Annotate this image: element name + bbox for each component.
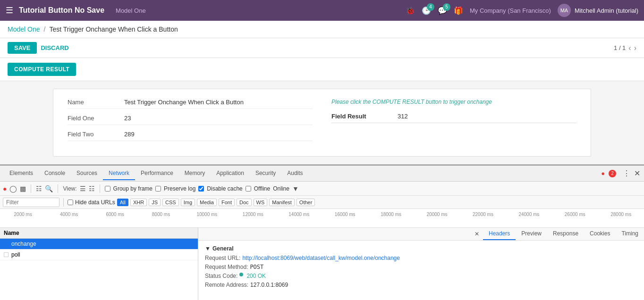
remote-address-value: 127.0.0.1:8069	[250, 282, 288, 288]
onchange-name: onchange	[11, 241, 36, 247]
tab-security[interactable]: Security	[250, 167, 281, 180]
request-details: ✕ Headers Preview Response Cookies Timin…	[198, 228, 644, 300]
user-menu[interactable]: MA Mitchell Admin (tutorial)	[558, 4, 638, 17]
tl-20000: 20000 ms	[414, 212, 460, 217]
details-tab-response[interactable]: Response	[547, 228, 584, 240]
record-toolbar: SAVE DISCARD 1 / 1 ‹ ›	[0, 38, 644, 58]
filter-chip-other[interactable]: Other	[297, 199, 315, 206]
remote-address-label: Remote Address:	[205, 282, 248, 288]
grid-icon[interactable]: ☰	[6, 5, 13, 16]
name-label: Name	[68, 99, 124, 106]
offline-label: Offline	[254, 185, 270, 192]
general-arrow-icon[interactable]: ▼	[205, 245, 211, 252]
view-list-icon[interactable]: ☰	[80, 185, 86, 192]
group-by-frame-checkbox[interactable]	[105, 186, 110, 192]
tab-audits[interactable]: Audits	[281, 167, 308, 180]
tab-application[interactable]: Application	[211, 167, 250, 180]
devtools-more-icon[interactable]: ⋮	[623, 169, 630, 178]
tab-sources[interactable]: Sources	[71, 167, 103, 180]
chat-badge: 5	[443, 3, 450, 11]
network-list-name-header: Name	[4, 230, 19, 236]
clear-icon[interactable]: ◯	[9, 185, 17, 192]
filter-chip-all[interactable]: All	[117, 199, 128, 206]
devtools-close-area: ● 2 ⋮ ✕	[601, 169, 640, 178]
group-by-frame-label: Group by frame	[113, 185, 153, 192]
breadcrumb: Model One / Test Trigger Onchange When C…	[0, 21, 644, 38]
form-card: Name Test Trigger Onchange When Click a …	[53, 89, 591, 157]
compute-result-button[interactable]: COMPUTE RESULT	[8, 63, 76, 76]
dropdown-arrow-icon[interactable]: ▼	[292, 185, 299, 192]
error-icon: ●	[601, 170, 605, 177]
chat-icon[interactable]: 💬 5	[438, 6, 447, 15]
filter-chip-xhr[interactable]: XHR	[130, 199, 147, 206]
breadcrumb-link[interactable]: Model One	[8, 25, 40, 33]
filter-chip-ws[interactable]: WS	[254, 199, 268, 206]
company-name[interactable]: My Company (San Francisco)	[470, 7, 551, 14]
form-right: Please click the COMPUTE RESULT button t…	[331, 99, 576, 147]
details-tab-timing[interactable]: Timing	[616, 228, 644, 240]
tl-16000: 16000 ms	[322, 212, 368, 217]
page-info: 1 / 1	[614, 44, 626, 51]
details-tab-cookies[interactable]: Cookies	[584, 228, 616, 240]
status-code-row: Status Code: 200 OK	[205, 273, 637, 279]
preserve-log-checkbox[interactable]	[155, 186, 161, 192]
tl-24000: 24000 ms	[506, 212, 552, 217]
tl-8000: 8000 ms	[138, 212, 184, 217]
tab-network[interactable]: Network	[103, 167, 135, 180]
compute-bar: COMPUTE RESULT	[0, 58, 644, 81]
network-item-poll[interactable]: poll	[0, 250, 198, 260]
filter-chip-media[interactable]: Media	[197, 199, 217, 206]
devtools-tabs: Elements Console Sources Network Perform…	[0, 166, 644, 182]
network-item-onchange[interactable]: onchange	[0, 239, 198, 250]
disable-cache-checkbox[interactable]	[198, 186, 204, 192]
offline-checkbox[interactable]	[246, 186, 251, 192]
save-button[interactable]: SAVE	[8, 42, 37, 54]
details-tab-headers[interactable]: Headers	[483, 228, 516, 240]
filter-chip-css[interactable]: CSS	[162, 199, 179, 206]
gift-icon[interactable]: 🎁	[454, 6, 463, 15]
devtools-close-icon[interactable]: ✕	[634, 169, 640, 178]
filter-chip-doc[interactable]: Doc	[237, 199, 252, 206]
breadcrumb-current: Test Trigger Onchange When Click a Butto…	[49, 25, 178, 33]
discard-button[interactable]: DISCARD	[41, 44, 68, 51]
tab-elements[interactable]: Elements	[4, 167, 39, 180]
tl-12000: 12000 ms	[230, 212, 276, 217]
devtools-filter-row: Hide data URLs All XHR JS CSS Img Media …	[0, 196, 644, 209]
general-section: ▼ General Request URL: http://localhost:…	[198, 241, 644, 295]
filter-chip-js[interactable]: JS	[149, 199, 161, 206]
search-icon[interactable]: 🔍	[45, 185, 53, 192]
hide-data-urls-label: Hide data URLs	[75, 199, 115, 206]
view-grid-icon[interactable]: ☷	[89, 185, 95, 192]
filter-chip-manifest[interactable]: Manifest	[269, 199, 295, 206]
name-field-row: Name Test Trigger Onchange When Click a …	[68, 99, 313, 109]
filter-chip-font[interactable]: Font	[219, 199, 235, 206]
details-tab-preview[interactable]: Preview	[516, 228, 547, 240]
request-url-row: Request URL: http://localhost:8069/web/d…	[205, 255, 637, 261]
tab-console[interactable]: Console	[39, 167, 71, 180]
user-name: Mitchell Admin (tutorial)	[575, 7, 638, 14]
clock-icon[interactable]: 🕒 4	[422, 6, 431, 15]
tl-22000: 22000 ms	[460, 212, 506, 217]
tl-26000: 26000 ms	[552, 212, 598, 217]
record-icon[interactable]: ●	[3, 185, 7, 192]
filter-chip-img[interactable]: Img	[181, 199, 195, 206]
bug-icon[interactable]: 🐞	[406, 6, 415, 15]
status-dot-icon	[239, 273, 243, 276]
navbar-icons: 🐞 🕒 4 💬 5 🎁 My Company (San Francisco) M…	[406, 4, 638, 17]
tab-performance[interactable]: Performance	[135, 167, 179, 180]
tl-6000: 6000 ms	[92, 212, 138, 217]
disable-cache-label: Disable cache	[207, 185, 242, 192]
request-url-value: http://localhost:8069/web/dataset/call_k…	[242, 255, 400, 261]
filter-input[interactable]	[3, 198, 59, 207]
camera-icon[interactable]: ▩	[20, 185, 26, 192]
poll-name: poll	[11, 251, 20, 258]
hide-data-urls-checkbox[interactable]	[68, 200, 73, 205]
breadcrumb-separator: /	[43, 25, 45, 33]
next-page-button[interactable]: ›	[634, 44, 636, 52]
filter-icon[interactable]: ☷	[36, 185, 42, 192]
tl-18000: 18000 ms	[368, 212, 414, 217]
prev-page-button[interactable]: ‹	[628, 44, 631, 52]
field-result-label: Field Result	[331, 113, 398, 120]
details-close-button[interactable]: ✕	[471, 229, 483, 239]
tab-memory[interactable]: Memory	[179, 167, 211, 180]
